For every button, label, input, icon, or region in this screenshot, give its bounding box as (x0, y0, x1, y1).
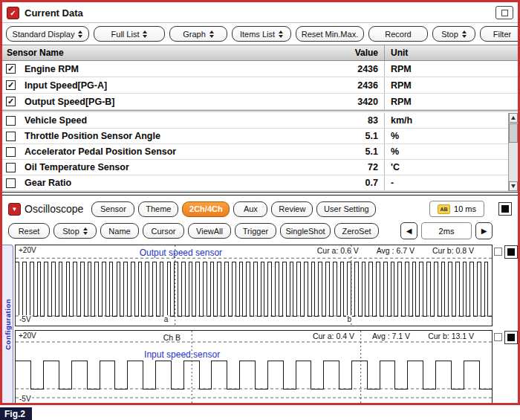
sample-rate-display: AB 10 ms (429, 201, 484, 217)
scope-stop-button[interactable]: Stop (53, 223, 97, 239)
sensor-name: Oil Temperature Sensor (20, 160, 313, 175)
maximize-button[interactable] (495, 6, 513, 19)
name-button[interactable]: Name (100, 223, 139, 239)
list-mode-button[interactable]: Full List (94, 26, 165, 42)
row-checkbox[interactable] (6, 147, 16, 157)
signal-name-label: Input speed sensor (144, 349, 220, 360)
row-checkbox[interactable] (6, 178, 16, 188)
table-header: Sensor Name Value Unit (2, 45, 518, 61)
table-row[interactable]: Engine RPM 2436 RPM (2, 61, 518, 77)
sensor-unit: % (384, 144, 518, 159)
scrollbar[interactable] (508, 113, 518, 191)
stop-record-button[interactable] (498, 202, 512, 216)
graph-button[interactable]: Graph (169, 26, 227, 42)
row-checkbox[interactable] (6, 64, 16, 74)
zeroset-button[interactable]: ZeroSet (334, 223, 379, 239)
row-checkbox[interactable] (6, 97, 16, 106)
current-data-toolbar: Standard Display Full List Graph Items L… (2, 23, 518, 45)
sensor-button[interactable]: Sensor (91, 201, 134, 217)
scope-b-controls (493, 330, 518, 344)
black-square-icon (501, 205, 509, 213)
black-square-icon (507, 334, 515, 341)
viewall-button[interactable]: ViewAll (188, 223, 231, 239)
record-button[interactable]: Record (368, 26, 428, 42)
oscilloscope-channel-a[interactable]: +20V -5V Output speed sensor Cur a: 0.6 … (15, 245, 493, 326)
sensor-unit: km/h (384, 113, 518, 128)
cursor-readouts: Cur a: 0.6 V Avg : 6.7 V Cur b: 0.8 V (317, 246, 474, 255)
sensor-value: 72 (313, 160, 384, 175)
configuration-tab[interactable]: Configuration (2, 245, 13, 404)
table-row[interactable]: Input Speed[PG-A] 2436 RPM (2, 77, 518, 94)
sample-rate-value: 10 ms (454, 204, 476, 213)
sensor-value: 83 (313, 113, 384, 128)
filter-button[interactable]: Filter (480, 26, 520, 42)
header-sensor-name: Sensor Name (2, 45, 313, 60)
arrow-down-icon (511, 184, 516, 188)
row-checkbox[interactable] (6, 80, 16, 90)
sensor-name: Engine RPM (20, 61, 313, 77)
timebase-increase-button[interactable]: ▶ (475, 222, 493, 239)
table-row[interactable]: Throttle Position Sensor Angle 5.1 % (2, 129, 518, 144)
theme-button[interactable]: Theme (138, 201, 178, 217)
table-row[interactable]: Gear Ratio 0.7 - (2, 175, 518, 191)
sensor-name: Input Speed[PG-A] (20, 77, 313, 93)
scope-zone: Configuration +20V -5V Output speed sens… (2, 243, 518, 405)
sensor-unit: - (384, 175, 518, 190)
review-button[interactable]: Review (271, 201, 313, 217)
table-row[interactable]: Oil Temperature Sensor 72 'C (2, 160, 518, 175)
arrow-up-icon (511, 116, 516, 120)
singleshot-button[interactable]: SingleShot (280, 223, 331, 239)
cursor-a-readout: Cur a: 0.6 V (317, 246, 359, 255)
cursor-b-readout: Cur b: 13.1 V (428, 332, 474, 340)
channel-label: Ch B (163, 333, 181, 342)
current-data-icon: ✓ (7, 7, 19, 19)
items-list-button[interactable]: Items List (232, 26, 291, 42)
oscilloscope-channel-b[interactable]: +20V -5V Ch B Input speed sensor Cur a: … (15, 330, 493, 405)
trigger-button[interactable]: Trigger (235, 223, 276, 239)
channels-button[interactable]: 2Ch/4Ch (182, 201, 230, 217)
spinner-icon (209, 30, 214, 38)
scan-tool-window: ✓ Current Data Standard Display Full Lis… (0, 0, 520, 405)
scope-row-b: +20V -5V Ch B Input speed sensor Cur a: … (15, 330, 518, 405)
timebase-decrease-button[interactable]: ◀ (400, 222, 417, 239)
table-row[interactable]: Output Speed[PG-B] 3420 RPM (2, 94, 518, 110)
sensor-value: 5.1 (313, 144, 384, 159)
panel-divider (2, 192, 518, 196)
spinner-icon (143, 30, 147, 38)
oscilloscope-toolbar: Reset Stop Name Cursor ViewAll Trigger S… (2, 220, 518, 243)
reset-minmax-button[interactable]: Reset Min.Max. (296, 26, 364, 42)
cursor-button[interactable]: Cursor (143, 223, 184, 239)
spinner-icon (78, 30, 82, 38)
spinner-icon (279, 30, 283, 38)
display-mode-button[interactable]: Standard Display (6, 26, 89, 42)
row-checkbox[interactable] (6, 132, 16, 141)
sensor-unit: RPM (384, 61, 518, 77)
oscilloscope-icon: ▼ (8, 203, 21, 216)
row-checkbox[interactable] (6, 163, 16, 172)
scope-b-stop-button[interactable] (504, 331, 518, 344)
reset-button[interactable]: Reset (8, 223, 50, 239)
stop-button[interactable]: Stop (432, 26, 475, 42)
scope-b-checkbox[interactable] (494, 333, 502, 341)
sensor-name: Gear Ratio (20, 175, 313, 190)
cursor-a-label: a (163, 315, 169, 323)
sample-rate-icon: AB (438, 204, 450, 214)
row-checkbox[interactable] (6, 116, 16, 126)
scope-row-a: +20V -5V Output speed sensor Cur a: 0.6 … (15, 245, 518, 326)
aux-button[interactable]: Aux (233, 201, 267, 217)
timebase-display: 2ms (421, 222, 472, 239)
oscilloscope-titlebar: ▼ Oscilloscope Sensor Theme 2Ch/4Ch Aux … (2, 196, 518, 220)
scrollbar-thumb[interactable] (509, 123, 518, 143)
table-row[interactable]: Accelerator Pedal Position Sensor 5.1 % (2, 144, 518, 160)
table-row[interactable]: Vehicle Speed 83 km/h (2, 113, 518, 129)
oscilloscope-title: Oscilloscope (25, 203, 83, 215)
scroll-up-button[interactable] (509, 113, 518, 123)
scope-a-stop-button[interactable] (504, 245, 518, 259)
signal-name-label: Output speed sensor (140, 248, 222, 258)
scope-a-checkbox[interactable] (494, 248, 502, 256)
avg-readout: Avg : 7.1 V (372, 332, 410, 340)
sensor-value: 2436 (313, 61, 384, 77)
scale-top-label: +20V (19, 246, 36, 254)
user-setting-button[interactable]: User Setting (316, 201, 376, 217)
scroll-down-button[interactable] (509, 181, 518, 191)
